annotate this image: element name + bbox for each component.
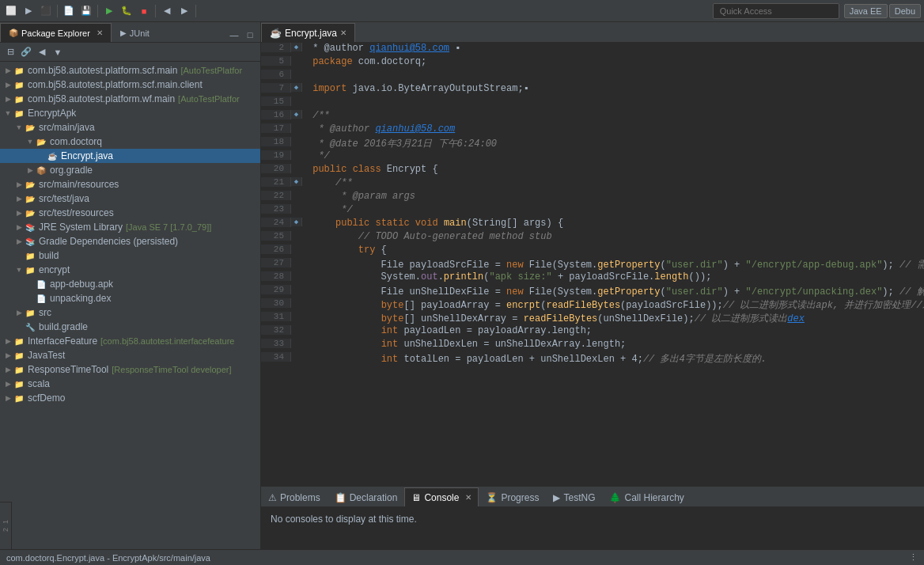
tree-arrow[interactable]: ▼ [14,266,24,274]
quick-access-input[interactable] [713,3,839,19]
toolbar-save[interactable]: 💾 [78,3,94,19]
tree-item[interactable]: ▶📁com.bj58.autotest.platform.scf.main.cl… [0,78,260,92]
tree-item-label: build [39,250,59,261]
tree-arrow[interactable]: ▶ [14,223,24,231]
editor-tab-close[interactable]: ✕ [340,28,346,37]
tree-item[interactable]: ▼📂src/main/java [0,120,260,135]
code-line: 17 * @author qianhui@58.com [261,123,924,137]
tab-console[interactable]: 🖥 Console ✕ [404,487,479,506]
code-line: 22 * @param args [261,191,924,204]
tree-item[interactable]: ▶📁com.bj58.autotest.platform.wf.main [Au… [0,92,260,106]
tree-arrow[interactable]: ▶ [25,166,35,174]
tree-item[interactable]: ☕Encrypt.java [0,149,260,163]
panel-back-btn[interactable]: ◀ [35,45,49,59]
toolbar-forward[interactable]: ▶ [176,3,192,19]
code-content: */ [302,204,924,215]
tree-item[interactable]: ▶📁JavaTest [0,348,260,362]
toolbar-btn-1[interactable]: ⬜ [3,3,19,19]
toolbar-stop[interactable]: ■ [136,3,152,19]
tab-progress[interactable]: ⏳ Progress [479,487,546,506]
tree-arrow[interactable]: ▶ [3,380,13,388]
tree-arrow[interactable]: ▶ [3,337,13,345]
tab-call-hierarchy-label: Call Hierarchy [624,492,684,503]
tree-item[interactable]: ▶📁InterfaceFeature [com.bj58.autotest.in… [0,334,260,348]
line-number: 21 [261,177,291,187]
tree-item[interactable]: ▼📂com.doctorq [0,135,260,149]
code-content: * @param args [302,191,924,202]
tab-junit[interactable]: ▶ JUnit [112,23,158,42]
tree-arrow[interactable]: ▶ [14,180,24,188]
tab-declaration[interactable]: 📋 Declaration [328,487,405,506]
code-line: 23 */ [261,204,924,218]
tree-arrow[interactable]: ▶ [3,66,13,74]
line-number: 18 [261,137,291,146]
tree-item[interactable]: ▶📚JRE System Library [Java SE 7 [1.7.0_7… [0,220,260,234]
toolbar-btn-3[interactable]: ⬛ [38,3,54,19]
tree-item[interactable]: ▶📁scala [0,377,260,391]
tree-item[interactable]: ▶📂src/main/resources [0,177,260,191]
tree-item[interactable]: 📁build [0,248,260,263]
tree-item[interactable]: ▶📁src [0,305,260,320]
code-line: 18 * @date 2016年3月21日 下午6:24:00 [261,137,924,150]
tree-item[interactable]: ▼📁encrypt [0,263,260,277]
tree-item[interactable]: ▶📚Gradle Dependencies (persisted) [0,234,260,248]
tree-arrow[interactable]: ▶ [14,237,24,245]
tree-arrow[interactable]: ▶ [14,309,24,317]
tree-item[interactable]: ▼📁EncryptApk [0,106,260,120]
toolbar-btn-2[interactable]: ▶ [21,3,36,19]
tree-arrow[interactable]: ▼ [25,138,35,146]
tree-arrow[interactable]: ▶ [14,195,24,203]
tab-problems[interactable]: ⚠ Problems [261,487,328,506]
code-line: 20 public class Encrypt { [261,164,924,177]
tree-arrow[interactable]: ▶ [14,209,24,217]
code-content: package com.doctorq; [302,56,924,67]
tree-item-icon: 📁 [13,350,25,361]
tree-item[interactable]: 🔧build.gradle [0,320,260,334]
code-content: byte[] unShellDexArray = readFileBytes(u… [302,312,924,325]
panel-minimize-btn[interactable]: — [227,28,241,42]
tree-item[interactable]: ▶📂src/test/resources [0,206,260,220]
tab-package-explorer[interactable]: 📦 Package Explorer ✕ [0,23,112,42]
perspective-debug[interactable]: Debu [889,4,921,18]
code-line: 30 byte[] payloadArray = encrpt(readFile… [261,298,924,312]
code-editor[interactable]: 2◆ * @author qianhui@58.com ▪5 package c… [261,43,924,486]
line-gutter: ◆ [291,110,302,119]
tree-arrow[interactable]: ▶ [3,81,13,89]
collapse-all-btn[interactable]: ⊟ [3,45,17,59]
tab-package-explorer-close[interactable]: ✕ [97,28,103,37]
code-line: 5 package com.doctorq; [261,56,924,70]
toolbar-run[interactable]: ▶ [101,3,117,19]
tree-item[interactable]: 📄app-debug.apk [0,277,260,291]
tree-item[interactable]: ▶📂src/test/java [0,191,260,206]
link-editor-btn[interactable]: 🔗 [19,45,33,59]
toolbar-back[interactable]: ◀ [159,3,175,19]
code-line: 29 File unShellDexFile = new File(System… [261,285,924,298]
tree-item-label: encrypt [39,264,70,275]
panel-menu-btn[interactable]: ▼ [51,45,65,59]
panel-maximize-btn[interactable]: □ [243,28,257,42]
tree-item[interactable]: ▶📁com.bj58.autotest.platform.scf.main [A… [0,63,260,78]
tab-console-close[interactable]: ✕ [465,493,471,502]
code-line: 26 try { [261,245,924,258]
tab-testng[interactable]: ▶ TestNG [546,487,602,506]
tree-arrow[interactable]: ▶ [3,366,13,374]
tree-arrow[interactable]: ▶ [3,95,13,103]
toolbar-debug[interactable]: 🐛 [119,3,134,19]
code-content: try { [302,245,924,256]
tree-arrow[interactable]: ▼ [3,109,13,117]
toolbar-new[interactable]: 📄 [61,3,77,19]
perspective-java-ee[interactable]: Java EE [844,4,888,18]
tree-arrow[interactable]: ▶ [3,351,13,359]
tree-item[interactable]: 📄unpacking.dex [0,291,260,305]
editor-tab-encrypt[interactable]: ☕ Encrypt.java ✕ [261,23,355,42]
tree-arrow[interactable]: ▶ [3,394,13,402]
tree-item[interactable]: ▶📁ResponseTimeTool [ResponseTimeTool dev… [0,362,260,377]
tab-call-hierarchy[interactable]: 🌲 Call Hierarchy [602,487,691,506]
line-number: 33 [261,339,291,348]
tree-item[interactable]: ▶📁scfDemo [0,391,260,405]
status-path: com.doctorq.Encrypt.java - EncryptApk/sr… [6,553,210,563]
line-number: 5 [261,56,291,66]
line-number: 6 [261,70,291,79]
tree-item[interactable]: ▶📦org.gradle [0,163,260,177]
tree-arrow[interactable]: ▼ [14,123,24,131]
